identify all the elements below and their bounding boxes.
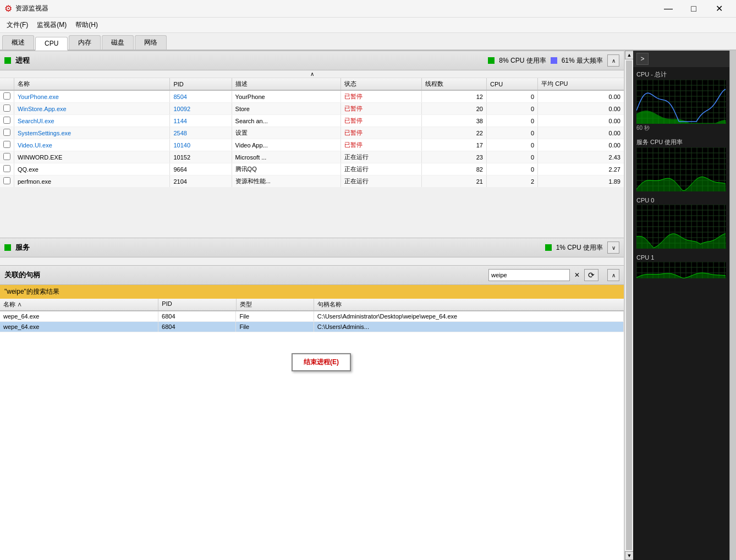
process-status: 已暂停 — [341, 115, 422, 127]
title-bar-left: ⚙ 资源监视器 — [4, 3, 48, 14]
cpu0-title: CPU 0 — [633, 196, 729, 205]
table-row[interactable]: WinStore.App.exe 10092 Store 已暂停 20 0 0.… — [0, 103, 624, 115]
col-desc-header[interactable]: 描述 — [232, 78, 340, 90]
handles-table-body[interactable]: wepe_64.exe 6804 File C:\Users\Administr… — [0, 311, 624, 560]
process-cpu: 0 — [486, 127, 537, 139]
process-collapse-btn[interactable]: ∧ — [607, 54, 619, 67]
services-cpu-label: 1% CPU 使用率 — [556, 243, 603, 252]
handles-collapse-btn[interactable]: ∧ — [607, 269, 619, 281]
checkbox-cell[interactable] — [0, 127, 14, 139]
process-name: WINWORD.EXE — [14, 151, 170, 163]
process-table-container[interactable]: 名称 PID 描述 状态 线程数 CPU 平均 CPU YourPhone.ex… — [0, 78, 624, 238]
cpu1-graph — [636, 262, 726, 278]
handles-header-right: ✕ ⟳ ∧ — [484, 269, 619, 281]
handle-type: File — [236, 322, 314, 332]
process-threads: 12 — [421, 90, 486, 103]
checkbox-cell[interactable] — [0, 151, 14, 163]
process-cpu: 0 — [486, 90, 537, 103]
tab-disk[interactable]: 磁盘 — [102, 35, 134, 50]
right-panel-expand-btn[interactable]: > — [636, 53, 649, 65]
col-cpu-header[interactable]: CPU — [486, 78, 537, 90]
handle-pid: 6804 — [158, 311, 236, 321]
services-title: 服务 — [15, 243, 30, 252]
table-row[interactable]: YourPhone.exe 8504 YourPhone 已暂停 12 0 0.… — [0, 90, 624, 103]
process-desc: Store — [232, 103, 340, 115]
process-desc: 资源和性能... — [232, 175, 340, 188]
handles-search-input[interactable] — [488, 269, 570, 281]
context-end-process[interactable]: 结束进程(E) — [293, 354, 350, 370]
checkbox-cell[interactable] — [0, 90, 14, 103]
main-scrollbar[interactable]: ▲ ▼ — [624, 51, 633, 560]
process-freq-indicator — [551, 57, 557, 64]
col-threads-header[interactable]: 线程数 — [421, 78, 486, 90]
process-pid: 8504 — [170, 90, 232, 103]
close-button[interactable]: ✕ — [706, 1, 732, 17]
maximize-button[interactable]: □ — [681, 1, 706, 17]
checkbox-cell[interactable] — [0, 103, 14, 115]
table-row[interactable]: SearchUI.exe 1144 Search an... 已暂停 38 0 … — [0, 115, 624, 127]
menu-file[interactable]: 文件(F) — [2, 19, 32, 31]
checkbox-cell[interactable] — [0, 139, 14, 151]
col-avgcpu-header[interactable]: 平均 CPU — [538, 78, 624, 90]
process-section-header[interactable]: 进程 8% CPU 使用率 61% 最大频率 ∧ — [0, 51, 624, 70]
process-header-left: 进程 — [4, 56, 30, 65]
scroll-thumb[interactable] — [626, 61, 632, 550]
tab-cpu[interactable]: CPU — [35, 37, 68, 51]
handles-row[interactable]: wepe_64.exe 6804 File C:\Users\Adminis..… — [0, 322, 624, 332]
handles-search-btn[interactable]: ⟳ — [584, 269, 598, 281]
left-panel: 进程 8% CPU 使用率 61% 最大频率 ∧ ∧ 名称 — [0, 51, 624, 560]
right-panel-scrollbar[interactable] — [729, 51, 736, 560]
process-status: 正在运行 — [341, 163, 422, 175]
process-cpu: 0 — [486, 151, 537, 163]
col-name-header[interactable]: 名称 — [14, 78, 170, 90]
handles-col-pid-header[interactable]: PID — [158, 299, 236, 310]
table-row[interactable]: SystemSettings.exe 2548 设置 已暂停 22 0 0.00 — [0, 127, 624, 139]
col-status-header[interactable]: 状态 — [341, 78, 422, 90]
handles-col-name-header[interactable]: 名称 ∧ — [0, 299, 158, 310]
process-pid: 10152 — [170, 151, 232, 163]
handles-search-clear[interactable]: ✕ — [572, 270, 582, 280]
checkbox-cell[interactable] — [0, 163, 14, 175]
process-desc: Search an... — [232, 115, 340, 127]
process-name: SearchUI.exe — [14, 115, 170, 127]
tab-network[interactable]: 网络 — [135, 35, 167, 50]
handles-col-handle-header[interactable]: 句柄名称 — [314, 299, 624, 310]
tab-overview[interactable]: 概述 — [2, 35, 34, 50]
process-status: 已暂停 — [341, 139, 422, 151]
checkbox-cell[interactable] — [0, 115, 14, 127]
table-row[interactable]: perfmon.exe 2104 资源和性能... 正在运行 21 2 1.89 — [0, 175, 624, 188]
handles-header-left: 关联的句柄 — [4, 270, 40, 280]
tab-memory[interactable]: 内存 — [69, 35, 101, 50]
process-cpu: 0 — [486, 103, 537, 115]
services-section-header[interactable]: 服务 1% CPU 使用率 ∨ — [0, 238, 624, 257]
services-collapse-btn[interactable]: ∨ — [607, 241, 619, 254]
menu-help[interactable]: 帮助(H) — [71, 19, 102, 31]
handle-name: wepe_64.exe — [0, 311, 158, 321]
process-desc: Video App... — [232, 139, 340, 151]
process-scroll-up: ∧ — [0, 70, 624, 78]
scroll-down-arrow[interactable]: ▼ — [625, 551, 634, 560]
minimize-button[interactable]: — — [656, 1, 681, 17]
process-cpu: 0 — [486, 163, 537, 175]
handles-section-header[interactable]: 关联的句柄 ✕ ⟳ ∧ — [0, 265, 624, 285]
process-avgcpu: 0.00 — [538, 103, 624, 115]
table-row[interactable]: QQ.exe 9664 腾讯QQ 正在运行 82 0 2.27 — [0, 163, 624, 175]
table-row[interactable]: Video.UI.exe 10140 Video App... 已暂停 17 0… — [0, 139, 624, 151]
process-title: 进程 — [15, 56, 30, 65]
right-panel-header: > — [633, 51, 729, 67]
table-row[interactable]: WINWORD.EXE 10152 Microsoft ... 正在运行 23 … — [0, 151, 624, 163]
process-table: 名称 PID 描述 状态 线程数 CPU 平均 CPU YourPhone.ex… — [0, 78, 624, 188]
process-cpu-label: 8% CPU 使用率 — [499, 56, 546, 65]
scroll-up-arrow[interactable]: ▲ — [625, 51, 634, 59]
handles-row[interactable]: wepe_64.exe 6804 File C:\Users\Administr… — [0, 311, 624, 322]
handle-pid: 6804 — [158, 322, 236, 332]
col-checkbox[interactable] — [0, 78, 14, 90]
checkbox-cell[interactable] — [0, 175, 14, 188]
handles-col-type-header[interactable]: 类型 — [237, 299, 314, 310]
process-avgcpu: 1.89 — [538, 175, 624, 188]
process-avgcpu: 0.00 — [538, 90, 624, 103]
col-pid-header[interactable]: PID — [170, 78, 232, 90]
title-controls: — □ ✕ — [656, 1, 732, 17]
menu-monitor[interactable]: 监视器(M) — [32, 19, 71, 31]
handle-path: C:\Users\Administrator\Desktop\weipe\wep… — [314, 311, 624, 321]
